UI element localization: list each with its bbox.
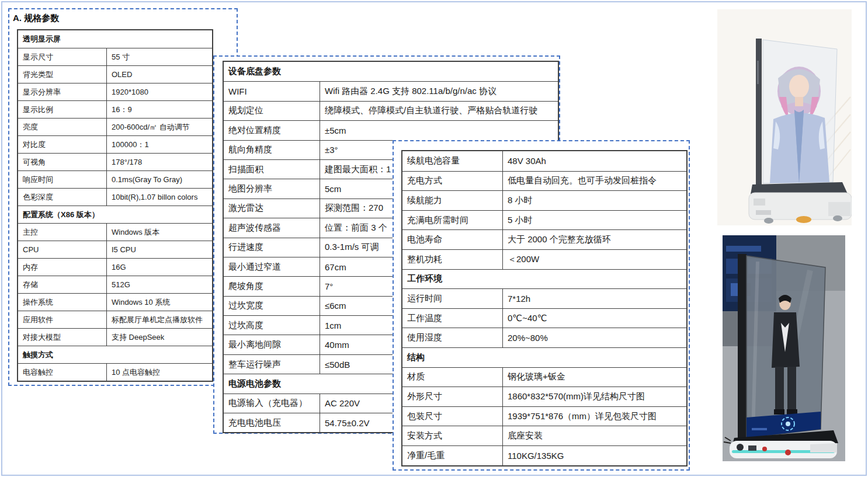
spec-row-value: Windows 10 系统 — [107, 294, 212, 311]
spec-row-label: 材质 — [402, 368, 503, 387]
spec-row-value: 1860*832*570(mm)详见结构尺寸图 — [503, 387, 686, 406]
spec-table-row: 绝对位置精度 ±5cm — [224, 120, 558, 140]
spec-table-row: WIFI Wifi 路由器 2.4G 支持 802.11a/b/g/n/ac 协… — [224, 81, 558, 100]
spec-row-value: ±5cm — [320, 121, 558, 140]
spec-table-row: 电容触控 10 点电容触控 — [18, 363, 212, 381]
spec-table-row: 规划定位 绕障模式、停障模式/自主轨道行驶、严格贴合轨道行驶 — [224, 101, 558, 120]
spec-table-row: 存储 512G — [18, 276, 212, 293]
spec-row-label: 包装尺寸 — [402, 407, 503, 426]
spec-table-row: 透明显示屏 — [18, 30, 212, 48]
spec-row-label: 运行时间 — [402, 289, 503, 308]
spec-row-value: 200-600cd/㎡ 自动调节 — [107, 119, 212, 135]
spec-table-row: CPU I5 CPU — [18, 241, 212, 258]
spec-row-label: 显示尺寸 — [18, 48, 107, 65]
spec-row-value: 16：9 — [107, 101, 212, 118]
spec-row-value: 100000：1 — [107, 136, 212, 153]
spec-row-label: 外形尺寸 — [402, 387, 503, 406]
spec-row-value: Windows 版本 — [107, 224, 212, 241]
spec-row-value: 5 小时 — [503, 211, 686, 230]
spec-row-label: 充满电所需时间 — [402, 211, 503, 230]
spec-row-value: 1939*751*876（mm）详见包装尺寸图 — [503, 407, 686, 426]
spec-row-label: 电源输入（充电器） — [224, 394, 320, 413]
spec-row-label: 背光类型 — [18, 66, 107, 83]
spec-row-label: 响应时间 — [18, 171, 107, 188]
spec-table-row: 对比度 100000：1 — [18, 135, 212, 153]
spec-row-label: 操作系统 — [18, 294, 107, 311]
spec-table-row: 充电方式 低电量自动回充。也可手动发回桩指令 — [402, 171, 686, 191]
spec-row-label: 爬坡角度 — [224, 277, 320, 295]
spec-row-label: 亮度 — [18, 119, 107, 135]
spec-table-row: 亮度 200-600cd/㎡ 自动调节 — [18, 118, 212, 135]
spec-table-row: 配置系统（X86 版本） — [18, 206, 212, 223]
spec-table-row: 结构 — [402, 347, 686, 367]
robot-photo-image — [723, 235, 845, 461]
spec-table-row: 使用湿度 20%~80% — [402, 328, 686, 347]
spec-row-label: 应用软件 — [18, 311, 107, 328]
spec-row-value: 55 寸 — [107, 48, 212, 65]
spec-table-row: 响应时间 0.1ms(Gray To Gray) — [18, 170, 212, 188]
spec-row-value: 大于 2000 个完整充放循环 — [503, 230, 686, 249]
spec-row-label: 设备底盘参数 — [224, 62, 558, 81]
spec-row-value: 钢化玻璃+钣金 — [503, 368, 686, 387]
spec-row-label: 电容触控 — [18, 364, 107, 381]
spec-row-label: 透明显示屏 — [18, 30, 212, 48]
spec-table-row: 工作环境 — [402, 269, 686, 289]
spec-table-row: 净重/毛重 110KG/135KG — [402, 445, 686, 465]
spec-row-value: 底座安装 — [503, 426, 686, 445]
spec-row-label: 绝对位置精度 — [224, 121, 320, 140]
spec-row-label: 配置系统（X86 版本） — [18, 206, 212, 223]
spec-row-label: 整机功耗 — [402, 250, 503, 269]
spec-row-label: 规划定位 — [224, 102, 320, 120]
spec-row-value: 7*12h — [503, 289, 686, 308]
spec-row-label: 续航电池容量 — [402, 151, 503, 171]
spec-table-row: 充满电所需时间 5 小时 — [402, 210, 686, 230]
spec-row-label: 显示分辨率 — [18, 83, 107, 100]
spec-row-value: 0.1ms(Gray To Gray) — [107, 171, 212, 188]
spec-row-value: 支持 DeepSeek — [107, 329, 212, 346]
spec-row-label: 安装方式 — [402, 426, 503, 445]
spec-row-label: 最小通过窄道 — [224, 257, 320, 276]
spec-table-row: 显示分辨率 1920*1080 — [18, 83, 212, 100]
spec-table-row: 设备底盘参数 — [224, 62, 558, 81]
spec-panel-battery-env: 续航电池容量 48V 30Ah 充电方式 低电量自动回充。也可手动发回桩指令 续… — [393, 140, 690, 471]
spec-row-value: OLED — [107, 66, 212, 83]
spec-row-label: 整车运行噪声 — [224, 355, 320, 374]
spec-table-row: 应用软件 标配展厅单机定点播放软件 — [18, 311, 212, 328]
spec-table-row: 材质 钢化玻璃+钣金 — [402, 367, 686, 387]
spec-row-label: 行进速度 — [224, 238, 320, 257]
spec-row-value: 标配展厅单机定点播放软件 — [107, 311, 212, 328]
spec-row-label: 扫描面积 — [224, 160, 320, 179]
spec-row-value: 110KG/135KG — [503, 446, 686, 465]
spec-row-value: I5 CPU — [107, 241, 212, 258]
spec-table-row: 包装尺寸 1939*751*876（mm）详见包装尺寸图 — [402, 406, 686, 426]
spec-row-label: 可视角 — [18, 154, 107, 170]
spec-row-label: 地图分辨率 — [224, 179, 320, 198]
spec-table-row: 整机功耗 ＜200W — [402, 249, 686, 269]
spec-table-row: 显示比例 16：9 — [18, 100, 212, 118]
spec-table-row: 操作系统 Windows 10 系统 — [18, 293, 212, 311]
spec-row-label: WIFI — [224, 82, 320, 100]
robot-photo-illustration — [723, 235, 845, 461]
spec-row-value: 20%~80% — [503, 328, 686, 347]
spec-table-row: 运行时间 7*12h — [402, 288, 686, 308]
spec-row-label: 使用湿度 — [402, 328, 503, 347]
spec-table-row: 工作温度 0℃~40℃ — [402, 308, 686, 328]
spec-table-row: 对接大模型 支持 DeepSeek — [18, 328, 212, 346]
spec-table-row: 安装方式 底座安装 — [402, 426, 686, 445]
spec-row-label: 结构 — [402, 348, 686, 367]
spec-row-label: 充电电池电压 — [224, 413, 320, 432]
spec-row-label: 航向角精度 — [224, 141, 320, 159]
spec-row-value: ＜200W — [503, 250, 686, 269]
spec-row-label: 对比度 — [18, 136, 107, 153]
spec-row-label: 触摸方式 — [18, 346, 212, 363]
spec-row-label: 过坎宽度 — [224, 297, 320, 315]
display-spec-table: 透明显示屏 显示尺寸 55 寸 背光类型 OLED 显示分辨率 1920*108… — [17, 29, 213, 382]
spec-row-label: CPU — [18, 241, 107, 258]
spec-row-value: 10 点电容触控 — [107, 364, 212, 381]
spec-table-row: 触摸方式 — [18, 346, 212, 363]
spec-table-row: 续航电池容量 48V 30Ah — [402, 151, 686, 171]
spec-table-row: 主控 Windows 版本 — [18, 223, 212, 241]
spec-table-row: 内存 16G — [18, 258, 212, 276]
spec-row-label: 超声波传感器 — [224, 218, 320, 237]
spec-row-value: 10bit(R),1.07 billon colors — [107, 189, 212, 206]
